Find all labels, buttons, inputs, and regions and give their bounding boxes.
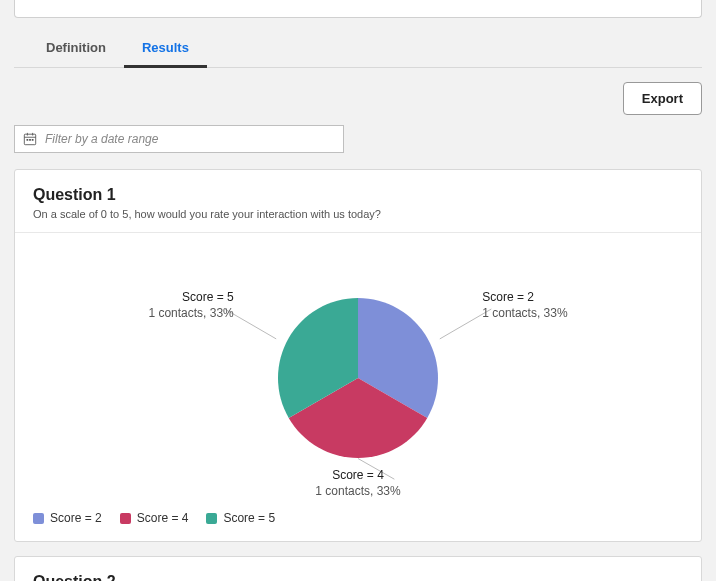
legend-item-score-4: Score = 4 <box>120 511 189 525</box>
previous-card-tail <box>14 0 702 18</box>
slice-label-score-4: Score = 4 1 contacts, 33% <box>315 467 400 499</box>
export-button[interactable]: Export <box>623 82 702 115</box>
slice-label-line2: 1 contacts, 33% <box>315 483 400 499</box>
date-filter-placeholder: Filter by a date range <box>45 132 158 146</box>
question-2-card: Question 2 On a scale of 0 to 5, how lik… <box>14 556 702 581</box>
svg-rect-6 <box>32 139 34 141</box>
date-filter-input[interactable]: Filter by a date range <box>14 125 344 153</box>
legend-swatch <box>206 513 217 524</box>
question-1-card: Question 1 On a scale of 0 to 5, how wou… <box>14 169 702 542</box>
tab-definition[interactable]: Definition <box>28 28 124 67</box>
legend-swatch <box>33 513 44 524</box>
legend-item-score-2: Score = 2 <box>33 511 102 525</box>
legend-item-score-5: Score = 5 <box>206 511 275 525</box>
tab-results[interactable]: Results <box>124 28 207 67</box>
question-1-subtitle: On a scale of 0 to 5, how would you rate… <box>33 208 683 220</box>
slice-label-score-5: Score = 5 1 contacts, 33% <box>148 289 233 321</box>
filter-row: Filter by a date range <box>14 125 702 153</box>
slice-label-line2: 1 contacts, 33% <box>148 305 233 321</box>
question-1-chart: Score = 2 1 contacts, 33% Score = 5 1 co… <box>15 233 701 511</box>
svg-rect-5 <box>29 139 31 141</box>
legend-label: Score = 4 <box>137 511 189 525</box>
svg-rect-4 <box>27 139 29 141</box>
legend-label: Score = 2 <box>50 511 102 525</box>
slice-label-line1: Score = 5 <box>148 289 233 305</box>
tabs-bar: Definition Results <box>14 28 702 68</box>
pie-chart <box>278 298 438 458</box>
slice-label-line1: Score = 2 <box>482 289 567 305</box>
question-1-title: Question 1 <box>33 186 683 204</box>
slice-label-score-2: Score = 2 1 contacts, 33% <box>482 289 567 321</box>
legend-label: Score = 5 <box>223 511 275 525</box>
legend-swatch <box>120 513 131 524</box>
question-1-header: Question 1 On a scale of 0 to 5, how wou… <box>15 170 701 233</box>
toolbar: Export <box>14 68 702 125</box>
slice-label-line2: 1 contacts, 33% <box>482 305 567 321</box>
question-1-legend: Score = 2 Score = 4 Score = 5 <box>15 511 701 541</box>
question-2-title: Question 2 <box>33 573 683 581</box>
calendar-icon <box>23 132 37 146</box>
slice-label-line1: Score = 4 <box>315 467 400 483</box>
question-2-header: Question 2 On a scale of 0 to 5, how lik… <box>15 557 701 581</box>
